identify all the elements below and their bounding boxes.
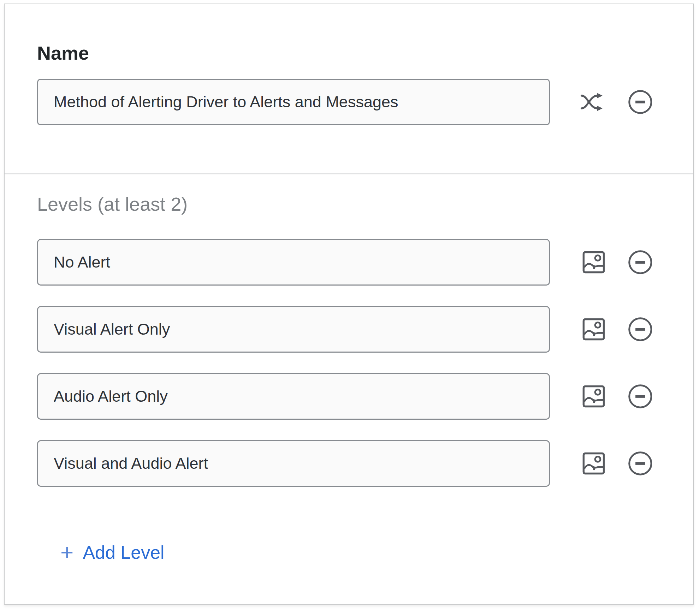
levels-list [37, 239, 693, 487]
level-row [37, 440, 693, 487]
image-icon [582, 318, 605, 341]
shuffle-icon [580, 91, 607, 113]
randomize-button[interactable] [580, 89, 607, 115]
minus-circle-icon [628, 89, 653, 115]
question-editor-panel: Name [4, 4, 694, 605]
minus-circle-icon [628, 317, 653, 342]
plus-icon: + [60, 541, 73, 564]
add-level-label: Add Level [83, 542, 164, 563]
levels-label: Levels (at least 2) [37, 193, 693, 216]
remove-level-button[interactable] [627, 249, 654, 276]
level-image-button[interactable] [580, 450, 607, 477]
level-input[interactable] [37, 306, 550, 353]
add-level-button[interactable]: + Add Level [60, 541, 165, 564]
minus-circle-icon [628, 451, 653, 476]
name-input[interactable] [37, 79, 550, 125]
remove-level-button[interactable] [627, 450, 654, 477]
level-input[interactable] [37, 440, 550, 487]
minus-circle-icon [628, 384, 653, 409]
level-row [37, 306, 693, 353]
image-icon [582, 385, 605, 408]
name-section: Name [5, 4, 693, 173]
remove-level-button[interactable] [627, 383, 654, 410]
image-icon [582, 251, 605, 274]
name-label: Name [37, 42, 693, 65]
minus-circle-icon [628, 250, 653, 275]
level-row [37, 373, 693, 420]
level-image-button[interactable] [580, 316, 607, 343]
remove-name-button[interactable] [627, 89, 654, 115]
level-row [37, 239, 693, 286]
image-icon [582, 452, 605, 475]
name-field-row [37, 79, 693, 125]
levels-section: Levels (at least 2) [5, 174, 693, 564]
level-input[interactable] [37, 239, 550, 286]
level-image-button[interactable] [580, 249, 607, 276]
level-input[interactable] [37, 373, 550, 420]
remove-level-button[interactable] [627, 316, 654, 343]
level-image-button[interactable] [580, 383, 607, 410]
